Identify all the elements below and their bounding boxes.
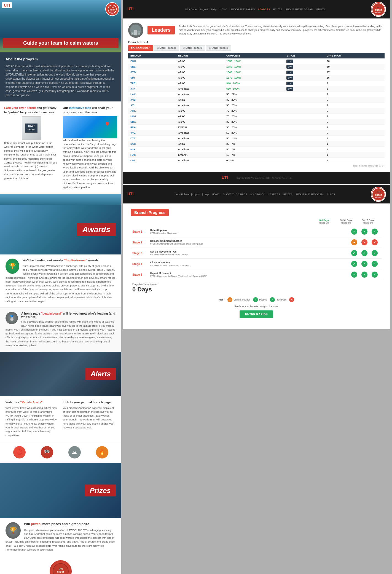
nav-shoot-leaders[interactable]: SHOOT THE RAPIDS xyxy=(230,8,255,11)
cell-branch[interactable]: ATL xyxy=(128,103,176,108)
bp-stage-desc-3: Set-up Movement POs FF0062 Movements wit… xyxy=(150,250,348,256)
svg-text:RAPIDS: RAPIDS xyxy=(375,12,382,14)
nav-about-leaders[interactable]: ABOUT THE PROGRAM xyxy=(286,8,313,11)
permit-image: RiverPermit xyxy=(22,116,41,140)
cell-region: Americas xyxy=(176,103,224,108)
logout-bp[interactable]: | Logout xyxy=(191,193,200,196)
cell-region: APAC xyxy=(176,81,224,86)
cell-region: EMENA xyxy=(176,125,224,130)
rapids-logo: UTI SHOOT RAPIDS xyxy=(50,560,72,574)
nav-prizes-bp[interactable]: PRIZES xyxy=(283,193,292,196)
cell-region: APAC xyxy=(176,69,224,75)
nav-home-bp[interactable]: HOME xyxy=(212,193,219,196)
cell-branch[interactable]: DUR xyxy=(128,141,176,147)
trophy-icon: 🏆 xyxy=(6,259,19,274)
cell-branch[interactable]: FRA xyxy=(128,125,176,130)
link-to-body: Your branch's "personal" page will displ… xyxy=(63,406,116,430)
cell-branch[interactable]: LAX xyxy=(128,92,176,97)
cell-branch[interactable]: DTT xyxy=(128,136,176,141)
cell-branch[interactable]: AKL xyxy=(128,108,176,114)
table-row: SIN APAC 1570 100% CW 16 xyxy=(128,75,385,81)
cell-branch[interactable]: SIN xyxy=(128,75,176,81)
cell-complete: 50 14% xyxy=(224,136,284,141)
logout-link-leaders[interactable]: | Logout xyxy=(199,8,208,11)
nav-home-leaders[interactable]: HOME xyxy=(220,8,227,11)
bp-stage-icons-4: ✓✓✓ xyxy=(351,261,380,267)
cell-branch[interactable]: BKK xyxy=(128,58,176,64)
svg-text:UTI: UTI xyxy=(111,7,114,8)
nav-prizes-leaders[interactable]: PRIZES xyxy=(273,8,282,11)
svg-text:SHOOT: SHOOT xyxy=(110,9,115,11)
user-name-leaders: Nick Bode xyxy=(185,8,197,11)
key-passed-label: Passed xyxy=(259,298,267,301)
cell-days: 1 xyxy=(324,136,385,141)
permit-left: Earn your river permit and get ready to … xyxy=(4,106,59,189)
bp-stage-desc-5: Depart Movement FF0016 Movements Closed … xyxy=(150,272,348,277)
bp-stage-3-icon-2: ✓ xyxy=(361,250,367,256)
cell-branch[interactable]: TPE xyxy=(128,81,176,86)
cell-days: 2 xyxy=(324,92,385,97)
cell-complete: 10 7% xyxy=(224,152,284,158)
nav-leaders-active[interactable]: LEADERS xyxy=(258,8,270,11)
table-row: ATL Americas 30 20% 2 xyxy=(128,103,385,108)
bp-col3-sub: Rapid 3/3 xyxy=(360,222,376,224)
bp-stage-2-icon-1: ● xyxy=(351,239,357,245)
nav-mybranch-bp[interactable]: MY BRANCH xyxy=(250,193,265,196)
nav-rules-bp[interactable]: RULES xyxy=(327,193,335,196)
svg-text:SHOOT: SHOOT xyxy=(57,571,65,573)
bp-days-label: Days to Calm Water xyxy=(132,283,157,286)
leaders-title-bar: 2 1 3 Leaders Find out who's ahead of th… xyxy=(128,23,385,38)
alerts-content: Watch for "Rapids Alerts" We'll let you … xyxy=(0,396,121,442)
key-position-icon: ● xyxy=(227,297,232,302)
tab-branch-size-d[interactable]: BRANCH SIZE D xyxy=(206,45,231,51)
help-link-leaders[interactable]: | Help xyxy=(210,8,216,11)
map-image xyxy=(63,116,117,138)
key-free-label: Free Pass xyxy=(276,298,287,301)
cell-branch[interactable]: JNB xyxy=(128,97,176,103)
svg-text:RAPIDS: RAPIDS xyxy=(110,11,114,13)
bp-stage-4-icon-3: ✓ xyxy=(372,261,378,267)
nav-leaders-bp[interactable]: LEADERS xyxy=(269,193,280,196)
trophy-icon-prizes: 🏆 xyxy=(6,522,21,539)
cell-complete: 1640 100% xyxy=(224,69,284,75)
cell-region: Americas xyxy=(176,92,224,97)
table-row: MIA Americas 50 7% 1 xyxy=(128,147,385,152)
cell-branch[interactable]: SHA xyxy=(128,119,176,125)
bp-stage-5-icon-1: ✓ xyxy=(351,272,357,278)
tab-branch-size-a[interactable]: BRANCH SIZE A xyxy=(128,45,153,51)
cell-stage xyxy=(284,147,324,152)
prizes-hero: Prizes xyxy=(0,463,121,518)
nav-rules-leaders[interactable]: RULES xyxy=(316,8,325,11)
tab-branch-size-b[interactable]: BRANCH SIZE B xyxy=(154,45,179,51)
cell-branch[interactable]: HAM xyxy=(128,152,176,158)
alerts-right: Link to your peronal branch page Your br… xyxy=(63,400,116,438)
about-section: About the program 1WORLD is one of the m… xyxy=(0,52,121,101)
uti-logo-bp: UTI xyxy=(127,191,139,198)
bp-col-2: 60-31 Days Rapid 2/3 xyxy=(338,219,354,224)
cell-branch[interactable]: MIA xyxy=(128,147,176,152)
bp-stage-4-icon-1: ✓ xyxy=(351,261,357,267)
see-how-text: See how your team is doing on the river. xyxy=(131,305,382,308)
bp-stage-label-2: Stage 2 xyxy=(132,241,147,244)
cell-days: 20 xyxy=(324,58,385,64)
nav-shoot-bp[interactable]: SHOOT THE RAPIDS xyxy=(223,193,247,196)
nav-about-bp[interactable]: ABOUT THE PROGRAM xyxy=(296,193,323,196)
cell-branch[interactable]: SEL xyxy=(128,64,176,69)
enter-rapids-button[interactable]: ENTER RAPIDS xyxy=(240,310,273,318)
cell-branch[interactable]: CHI xyxy=(128,158,176,163)
cell-days: 1 xyxy=(324,152,385,158)
cell-complete: 940 100% xyxy=(224,81,284,86)
cell-branch[interactable]: HKG xyxy=(128,114,176,119)
cell-days: 1 xyxy=(324,141,385,147)
bp-stage-row-3: Stage 3 Set-up Movement POs FF0062 Movem… xyxy=(131,248,382,259)
key-free-icon: ✓ xyxy=(270,297,275,302)
bp-stage-5-icon-2: ✓ xyxy=(361,272,367,278)
tab-branch-size-c[interactable]: BRANCH SIZE C xyxy=(180,45,205,51)
cell-branch[interactable]: SYD xyxy=(128,69,176,75)
cell-days: 2 xyxy=(324,119,385,125)
help-bp[interactable]: | Help xyxy=(202,193,209,196)
cell-branch[interactable]: JFK xyxy=(128,86,176,92)
cell-branch[interactable]: YYZ xyxy=(128,130,176,136)
bp-stage-icons-5: ✓✓✓ xyxy=(351,272,380,278)
bp-col3-label: 30-16 Days xyxy=(360,219,376,222)
